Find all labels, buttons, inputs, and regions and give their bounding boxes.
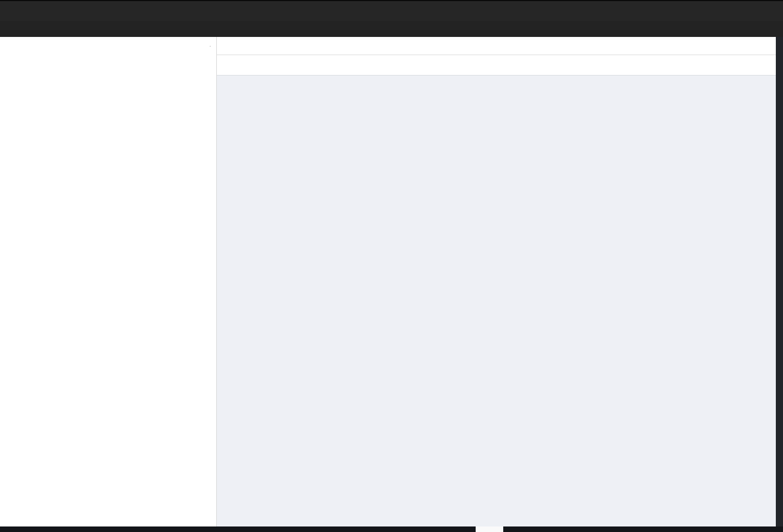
taskbar-notch <box>476 526 503 532</box>
background-window-strip <box>776 37 783 526</box>
menu-bar <box>0 21 783 37</box>
object-explorer-header <box>0 37 216 55</box>
object-explorer-panel <box>0 37 217 526</box>
chart-row-top <box>225 80 772 187</box>
main-area <box>0 37 783 526</box>
chart-row-bottom <box>225 193 772 298</box>
tab-overflow-menu-icon[interactable] <box>757 37 776 55</box>
dashboard-content <box>217 76 776 526</box>
main-content <box>217 37 776 526</box>
window-titlebar <box>0 0 783 21</box>
tab-bar <box>217 37 776 55</box>
dashboard-subtab-bar <box>217 55 776 76</box>
object-explorer-toolbar <box>210 46 211 47</box>
desktop-taskbar-strip <box>0 526 783 532</box>
pgadmin-window <box>0 0 783 532</box>
